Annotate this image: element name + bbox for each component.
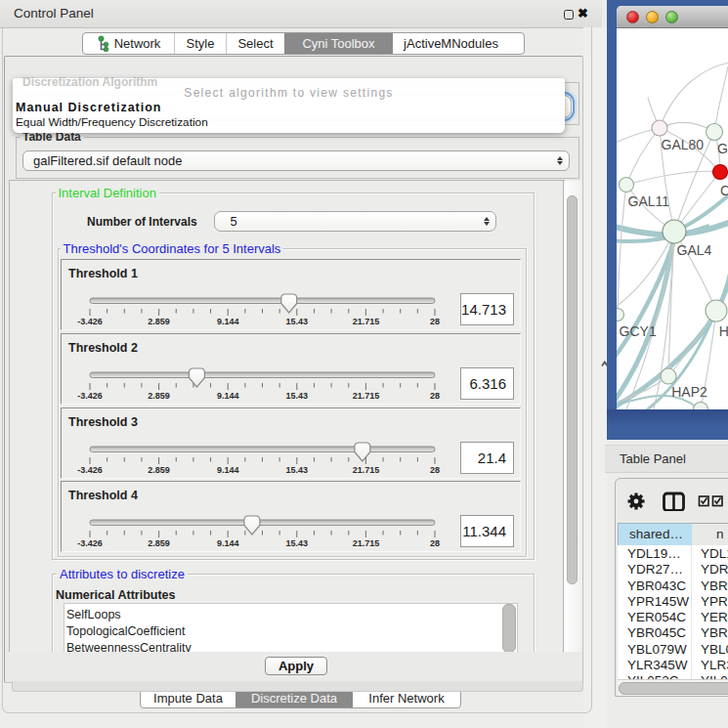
svg-text:C: C — [720, 183, 728, 198]
svg-text:GAL80: GAL80 — [662, 137, 705, 152]
svg-text:GAL4: GAL4 — [677, 242, 712, 258]
svg-text:GA: GA — [717, 141, 728, 156]
svg-text:GCY1: GCY1 — [620, 323, 657, 339]
svg-text:GAL11: GAL11 — [628, 193, 670, 209]
svg-text:HAP2: HAP2 — [671, 384, 707, 400]
svg-text:H: H — [719, 323, 728, 339]
